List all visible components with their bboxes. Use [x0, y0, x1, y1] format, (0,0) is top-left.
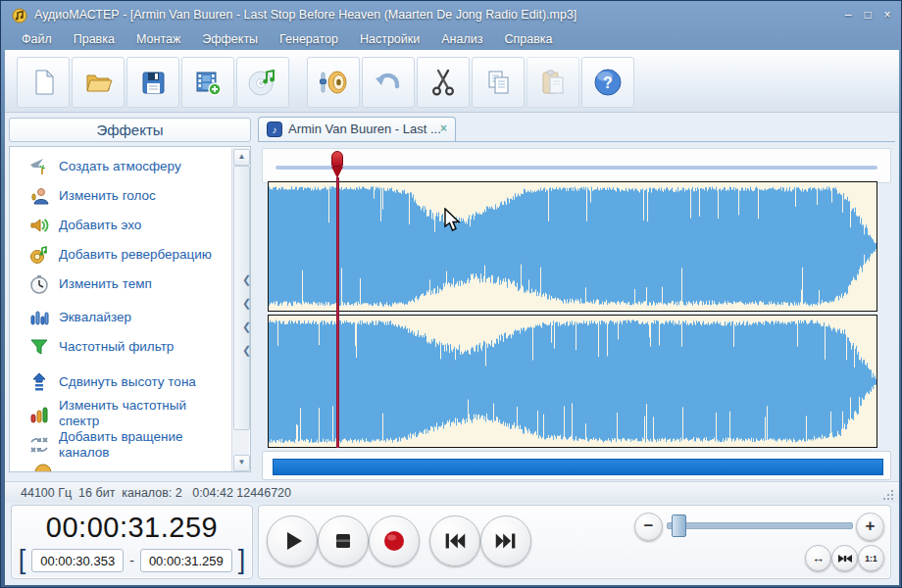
splitter-collapse-icon[interactable]: ❮ [242, 297, 254, 311]
maximize-button[interactable]: □ [860, 9, 876, 23]
cut-scissors-icon [428, 68, 458, 97]
play-button[interactable] [267, 515, 318, 566]
tabbar-underline [258, 141, 895, 142]
clipped-next-effect-icon [33, 463, 53, 472]
tab-label: Armin Van Buuren - Last ... [288, 122, 441, 136]
pitch-icon [29, 372, 49, 392]
zoom-one-to-one-button[interactable]: 1:1 [858, 545, 884, 571]
waveform-hscrollbar [262, 451, 891, 480]
reverb-icon [29, 245, 49, 265]
close-button[interactable]: × [879, 9, 895, 23]
extract-from-video-button[interactable] [181, 57, 234, 108]
waveform-right-canvas[interactable] [269, 316, 877, 447]
range-dash: - [129, 553, 134, 568]
bracket-open: [ [19, 548, 26, 571]
minus-icon: − [644, 517, 654, 534]
open-folder-icon [83, 68, 113, 97]
current-time-display: 00:00:31.259 [12, 512, 252, 544]
zoom-to-selection-button[interactable] [831, 545, 858, 571]
open-file-button[interactable] [72, 57, 125, 108]
selection-start-input[interactable] [31, 549, 124, 572]
effect-item-atmosphere[interactable]: Создать атмосферу [10, 157, 230, 180]
effect-item-frequency-filter[interactable]: Частотный фильтр [10, 337, 230, 361]
bracket-close: ] [238, 548, 246, 571]
copy-icon [483, 68, 513, 97]
menu-generator[interactable]: Генератор [269, 30, 349, 50]
transport-panel: − + ↔ 1:1 [258, 505, 891, 579]
tab-close-icon[interactable]: × [440, 122, 447, 135]
menu-edit[interactable]: Правка [63, 30, 125, 50]
play-icon [279, 528, 305, 554]
titlebar[interactable]: АудиоМАСТЕР - [Armin Van Buuren - Last S… [1, 1, 901, 28]
effect-item-voice[interactable]: Изменить голос [10, 186, 230, 210]
playhead-line[interactable] [336, 177, 339, 448]
playhead-pin[interactable] [331, 151, 343, 178]
selection-end-input[interactable] [140, 549, 232, 572]
zoom-slider-track[interactable] [667, 522, 853, 529]
effect-item-equalizer[interactable]: Эквалайзер [10, 308, 230, 331]
effect-item-frequency-spectrum[interactable]: Изменить частотный спектр [10, 396, 230, 429]
resize-grip[interactable] [880, 487, 893, 500]
seek-track[interactable] [276, 166, 877, 170]
menu-help[interactable]: Справка [493, 30, 563, 50]
waveform-left-canvas[interactable] [269, 182, 877, 311]
record-button[interactable] [369, 515, 420, 566]
stop-button[interactable] [318, 515, 369, 566]
waveform-channel-left [268, 181, 877, 312]
new-file-button[interactable] [17, 57, 70, 108]
record-icon [381, 528, 407, 554]
zoom-slider-thumb[interactable] [672, 514, 686, 537]
app-logo-icon [12, 7, 28, 24]
hscroll-thumb[interactable] [273, 459, 883, 475]
echo-icon [29, 216, 49, 235]
minimize-button[interactable]: – [840, 9, 856, 23]
extract-from-video-icon [193, 68, 223, 97]
zoom-out-button[interactable]: − [634, 513, 663, 541]
menu-montage[interactable]: Монтаж [125, 30, 191, 50]
menu-settings[interactable]: Настройки [349, 30, 430, 50]
window-title: АудиоМАСТЕР - [Armin Van Buuren - Last S… [34, 8, 576, 22]
effect-item-pitch-shift[interactable]: Сдвинуть высоту тона [10, 372, 230, 396]
help-icon: ? [592, 67, 624, 98]
scroll-up-button[interactable]: ▲ [233, 149, 250, 166]
effect-item-echo[interactable]: Добавить эхо [10, 216, 230, 239]
cut-button[interactable] [417, 57, 470, 108]
splitter-collapse-icon[interactable]: ❮ [242, 320, 254, 334]
effect-item-tempo[interactable]: Изменить темп [10, 274, 230, 298]
scroll-down-button[interactable]: ▼ [233, 455, 250, 471]
app-window: АудиоМАСТЕР - [Armin Van Buuren - Last S… [0, 0, 902, 588]
cd-audio-icon [247, 67, 278, 98]
splitter-collapse-icon[interactable]: ❮ [242, 273, 254, 287]
splitter-collapse-icon[interactable]: ❮ [242, 344, 254, 358]
spectrum-icon [29, 404, 49, 423]
tempo-icon [29, 274, 49, 294]
fit-whole-file-button[interactable]: ↔ [805, 545, 831, 571]
waveform-channel-right [268, 315, 877, 448]
fit-width-icon: ↔ [812, 551, 825, 565]
effect-item-channel-rotation[interactable]: Добавить вращение каналов [10, 427, 230, 461]
menubar: Файл Правка Монтаж Эффекты Генератор Нас… [11, 30, 564, 50]
undo-icon [373, 67, 404, 98]
help-button[interactable]: ? [581, 57, 634, 108]
menu-effects[interactable]: Эффекты [191, 30, 269, 50]
menu-file[interactable]: Файл [11, 30, 63, 50]
effects-list: Создать атмосферу Изменить голос Добавит… [9, 146, 251, 472]
record-mixer-button[interactable] [307, 57, 360, 108]
paste-button[interactable] [526, 57, 579, 108]
note-glyph: ♪ [273, 124, 277, 135]
time-panel: 00:00:31.259 [ - ] [11, 505, 253, 579]
stop-icon [330, 528, 356, 554]
skip-to-start-button[interactable] [429, 515, 480, 566]
selection-range: [ - ] [12, 549, 252, 572]
effect-item-reverb[interactable]: Добавить реверберацию [10, 245, 230, 269]
document-tab[interactable]: ♪ Armin Van Buuren - Last ... × [258, 117, 456, 141]
file-format-status: 44100 Гц 16 бит каналов: 2 0:04:42 12446… [21, 486, 291, 500]
cd-audio-button[interactable] [236, 57, 289, 108]
skip-to-end-button[interactable] [480, 515, 531, 566]
save-button[interactable] [126, 57, 179, 108]
undo-button[interactable] [362, 57, 415, 108]
menu-analysis[interactable]: Анализ [430, 30, 493, 50]
copy-button[interactable] [472, 57, 525, 108]
zoom-in-button[interactable]: + [856, 513, 884, 541]
equalizer-icon [29, 308, 49, 327]
